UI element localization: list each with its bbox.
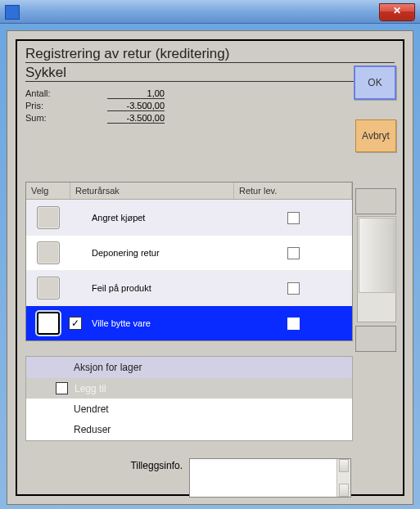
- grid-header-delivery: Retur lev.: [234, 182, 352, 199]
- dialog-frame: Registrering av retur (kreditering) Sykk…: [16, 39, 404, 496]
- stock-action-label: Uendret: [74, 403, 109, 415]
- stock-action-option[interactable]: Reduser: [26, 420, 352, 440]
- grid-header-reason: Returårsak: [70, 182, 234, 199]
- row-select-button[interactable]: [37, 241, 60, 264]
- summary-block: Antall: 1,00 Pris: -3.500,00 Sum: -3.500…: [25, 88, 189, 124]
- extra-info-textarea[interactable]: [189, 458, 351, 498]
- cancel-button-label: Avbryt: [362, 130, 390, 142]
- side-button-2[interactable]: [355, 326, 396, 352]
- row-select-button[interactable]: [37, 312, 60, 335]
- sum-label: Sum:: [25, 113, 107, 124]
- row-reason: Ville bytte vare: [70, 318, 234, 328]
- row-reason: Feil på produkt: [70, 283, 234, 293]
- close-icon: ✕: [393, 5, 401, 16]
- side-scrollbar[interactable]: [357, 216, 396, 322]
- app-icon: [5, 5, 20, 20]
- grid-header: Velg Returårsak Retur lev.: [26, 182, 352, 200]
- stock-action-header: Aksjon for lager: [26, 357, 352, 378]
- grid-row[interactable]: Deponering retur: [26, 235, 352, 270]
- sum-value: -3.500,00: [107, 113, 165, 124]
- extra-info-label: Tilleggsinfo.: [25, 458, 189, 471]
- side-button-1[interactable]: [355, 188, 396, 214]
- qty-label: Antall:: [25, 88, 107, 99]
- textarea-scrollbar[interactable]: [336, 459, 350, 497]
- extra-info-row: Tilleggsinfo.: [25, 458, 351, 498]
- row-select-button[interactable]: [37, 277, 60, 300]
- ok-button[interactable]: OK: [354, 65, 396, 100]
- grid-row[interactable]: Angret kjøpet: [26, 200, 352, 235]
- dialog-subtitle: Sykkel: [25, 65, 395, 82]
- grid-header-select: Velg: [26, 182, 70, 199]
- row-reason: Deponering retur: [70, 248, 234, 258]
- stock-action-label: Legg til: [75, 383, 106, 394]
- row-delivery-checkbox[interactable]: [287, 247, 300, 259]
- stock-action-box: Aksjon for lager ✓ Legg til Uendret Redu…: [25, 356, 353, 441]
- scrollbar-thumb[interactable]: [359, 218, 395, 293]
- close-button[interactable]: ✕: [379, 3, 415, 21]
- price-value: -3.500,00: [107, 101, 165, 111]
- row-delivery-checkbox[interactable]: [287, 318, 300, 330]
- reason-grid: Velg Returårsak Retur lev. Angret kjøpet…: [25, 182, 353, 341]
- client-area: Registrering av retur (kreditering) Sykk…: [7, 30, 413, 505]
- grid-row-selected[interactable]: ✓ Ville bytte vare: [26, 305, 352, 340]
- stock-action-label: Reduser: [74, 424, 111, 435]
- stock-action-checkbox[interactable]: ✓: [56, 382, 68, 394]
- cancel-button[interactable]: Avbryt: [355, 119, 396, 152]
- grid-row[interactable]: Feil på produkt: [26, 270, 352, 305]
- row-delivery-checkbox[interactable]: [287, 282, 300, 295]
- row-checked-indicator[interactable]: ✓: [69, 317, 82, 330]
- stock-action-option[interactable]: ✓ Legg til: [26, 378, 352, 399]
- row-select-button[interactable]: [37, 206, 60, 229]
- window-titlebar: ✕: [0, 0, 420, 24]
- dialog-title: Registrering av retur (kreditering): [25, 46, 395, 63]
- row-delivery-checkbox[interactable]: [287, 212, 300, 224]
- row-reason: Angret kjøpet: [70, 213, 234, 223]
- price-label: Pris:: [25, 101, 107, 111]
- ok-button-label: OK: [368, 77, 382, 88]
- stock-action-option[interactable]: Uendret: [26, 399, 352, 420]
- qty-value: 1,00: [107, 88, 165, 99]
